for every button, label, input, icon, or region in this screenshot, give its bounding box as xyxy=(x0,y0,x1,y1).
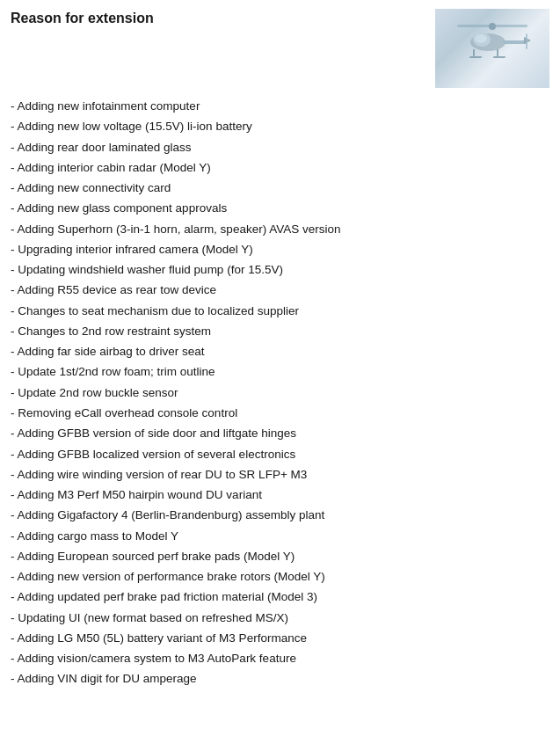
list-item: - Adding new connectivity card xyxy=(11,179,549,198)
page-title: Reason for extension xyxy=(11,9,154,26)
list-item: - Adding rear door laminated glass xyxy=(11,138,549,157)
list-item: - Adding wire winding version of rear DU… xyxy=(11,465,549,485)
list-item: - Updating windshield washer fluid pump … xyxy=(11,260,549,280)
thumbnail-image xyxy=(435,9,549,88)
svg-point-4 xyxy=(475,34,487,43)
list-item: - Adding new low voltage (15.5V) li-ion … xyxy=(11,117,549,136)
list-item: - Adding new glass component approvals xyxy=(11,199,549,218)
list-item: - Adding LG M50 (5L) battery variant of … xyxy=(11,629,549,648)
list-item: - Removing eCall overhead console contro… xyxy=(11,404,549,423)
svg-rect-8 xyxy=(473,49,475,56)
list-item: - Adding updated perf brake pad friction… xyxy=(11,587,549,607)
svg-point-1 xyxy=(489,23,496,30)
svg-rect-11 xyxy=(493,56,505,58)
list-item: - Adding R55 device as rear tow device xyxy=(11,281,549,300)
svg-rect-7 xyxy=(526,33,527,49)
list-item: - Updating UI (new format based on refre… xyxy=(11,609,549,628)
thumbnail-container xyxy=(435,9,549,88)
list-item: - Adding Gigafactory 4 (Berlin-Brandenbu… xyxy=(11,506,549,525)
header-section: Reason for extension xyxy=(11,9,549,88)
content-section: - Adding new infotainment computer- Addi… xyxy=(11,97,549,689)
list-item: - Upgrading interior infrared camera (Mo… xyxy=(11,240,549,259)
list-item: - Adding cargo mass to Model Y xyxy=(11,527,549,546)
page-container: Reason for extension xyxy=(11,9,549,689)
list-item: - Adding interior cabin radar (Model Y) xyxy=(11,158,549,178)
list-item: - Adding new version of performance brak… xyxy=(11,567,549,587)
svg-rect-5 xyxy=(503,40,527,44)
list-item: - Adding European sourced perf brake pad… xyxy=(11,547,549,566)
list-item: - Adding vision/camera system to M3 Auto… xyxy=(11,649,549,668)
list-item: - Changes to seat mechanism due to local… xyxy=(11,302,549,321)
list-item: - Adding GFBB localized version of sever… xyxy=(11,445,549,464)
list-item: - Adding M3 Perf M50 hairpin wound DU va… xyxy=(11,485,549,505)
list-item: - Update 1st/2nd row foam; trim outline xyxy=(11,362,549,382)
svg-rect-10 xyxy=(469,56,482,58)
list-item: - Update 2nd row buckle sensor xyxy=(11,383,549,403)
list-item: - Adding Superhorn (3-in-1 horn, alarm, … xyxy=(11,220,549,239)
list-item: - Changes to 2nd row restraint system xyxy=(11,322,549,341)
helicopter-icon xyxy=(448,18,536,79)
list-item: - Adding new infotainment computer xyxy=(11,97,549,116)
svg-rect-9 xyxy=(497,49,498,56)
list-item: - Adding far side airbag to driver seat xyxy=(11,342,549,361)
list-item: - Adding GFBB version of side door and l… xyxy=(11,424,549,443)
list-item: - Adding VIN digit for DU amperage xyxy=(11,669,549,689)
